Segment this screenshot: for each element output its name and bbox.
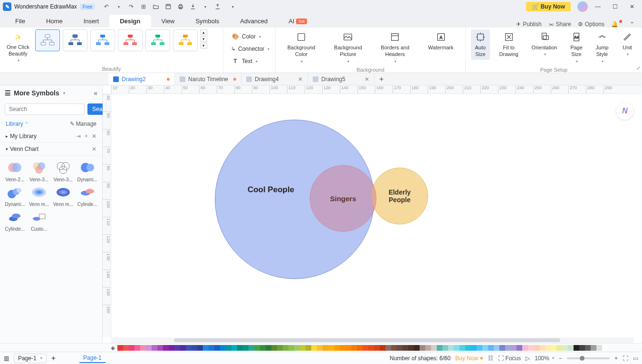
add-tab-button[interactable]: + xyxy=(374,75,388,84)
zoom-in-icon[interactable]: + xyxy=(614,355,618,362)
layers-icon[interactable]: ☷ xyxy=(488,355,493,362)
connector-button[interactable]: ↳Connector▾ xyxy=(229,44,269,54)
close-icon[interactable]: ✕ xyxy=(625,1,639,12)
venn-item-6[interactable]: Venn m... xyxy=(28,184,50,207)
add-lib-icon[interactable]: + xyxy=(85,133,88,140)
theme-prev-icon[interactable]: ▴ xyxy=(201,29,207,35)
close-tab-icon[interactable]: ✕ xyxy=(298,76,303,83)
color-swatch[interactable] xyxy=(266,345,271,351)
color-swatch[interactable] xyxy=(448,345,454,351)
tab-advanced[interactable]: Advanced xyxy=(230,15,278,28)
color-swatch[interactable] xyxy=(431,345,437,351)
color-swatch[interactable] xyxy=(385,345,391,351)
tab-file[interactable]: File xyxy=(5,15,36,28)
color-swatch[interactable] xyxy=(499,345,505,351)
publish-button[interactable]: ✈Publish xyxy=(516,21,541,28)
venn-elderly[interactable]: Elderly People xyxy=(371,168,428,224)
color-swatch[interactable] xyxy=(488,345,494,351)
more-symbols-label[interactable]: More Symbols xyxy=(14,89,59,97)
color-swatch[interactable] xyxy=(180,345,186,351)
color-swatch[interactable] xyxy=(294,345,300,351)
color-swatch[interactable] xyxy=(260,345,266,351)
undo-icon[interactable]: ↶ xyxy=(103,3,110,10)
color-swatch[interactable] xyxy=(283,345,288,351)
theme-2[interactable] xyxy=(63,29,87,51)
minimize-icon[interactable]: — xyxy=(591,1,605,12)
color-swatch[interactable] xyxy=(391,345,397,351)
color-swatch[interactable] xyxy=(551,345,556,351)
color-swatch[interactable] xyxy=(277,345,283,351)
color-swatch[interactable] xyxy=(522,345,528,351)
present-icon[interactable]: ▷ xyxy=(526,355,530,362)
bg-picture-button[interactable]: Background Picture▾ xyxy=(330,29,366,66)
close-tab-icon[interactable]: ✕ xyxy=(364,76,369,83)
borders-button[interactable]: Borders and Headers▾ xyxy=(377,29,413,66)
tab-insert[interactable]: Insert xyxy=(73,15,110,28)
color-swatch[interactable] xyxy=(220,345,226,351)
export-dropdown-icon[interactable]: ▾ xyxy=(201,3,209,10)
tab-home[interactable]: Home xyxy=(36,15,73,28)
color-swatch[interactable] xyxy=(539,345,545,351)
color-swatch[interactable] xyxy=(494,345,499,351)
doc-tab-naruto[interactable]: Naruto Timeline xyxy=(175,73,241,85)
theme-4[interactable] xyxy=(118,29,143,51)
theme-5[interactable] xyxy=(145,29,170,51)
color-swatch[interactable] xyxy=(123,345,129,351)
color-swatch[interactable] xyxy=(163,345,169,351)
venn-item-4[interactable]: Dynami... xyxy=(76,159,98,182)
venn-item-7[interactable]: Venn m... xyxy=(52,184,75,207)
color-swatch[interactable] xyxy=(545,345,551,351)
redo-icon[interactable]: ↷ xyxy=(127,3,135,10)
color-swatch[interactable] xyxy=(357,345,363,351)
close-lib-icon[interactable]: ✕ xyxy=(92,133,96,140)
avatar[interactable] xyxy=(577,1,588,12)
add-page-button[interactable]: + xyxy=(51,354,56,363)
color-swatch[interactable] xyxy=(442,345,448,351)
color-swatch[interactable] xyxy=(397,345,402,351)
color-swatch[interactable] xyxy=(528,345,534,351)
print-icon[interactable] xyxy=(177,3,184,10)
color-swatch[interactable] xyxy=(345,345,351,351)
color-swatch[interactable] xyxy=(602,345,608,351)
zoom-out-icon[interactable]: − xyxy=(559,355,562,362)
search-input[interactable] xyxy=(5,103,85,115)
beautify-button[interactable]: ✨ One Click Beautify ▾ xyxy=(4,29,32,65)
auto-size-button[interactable]: Auto Size xyxy=(471,29,490,60)
color-swatch[interactable] xyxy=(146,345,152,351)
tab-view[interactable]: View xyxy=(151,15,185,28)
color-swatch[interactable] xyxy=(243,345,249,351)
venn-item-10[interactable]: Custo... xyxy=(28,209,50,232)
color-swatch[interactable] xyxy=(425,345,431,351)
color-swatch[interactable] xyxy=(482,345,488,351)
color-swatch[interactable] xyxy=(556,345,562,351)
horizontal-scrollbar[interactable] xyxy=(111,337,633,343)
color-swatch[interactable] xyxy=(477,345,482,351)
color-swatch[interactable] xyxy=(402,345,408,351)
color-button[interactable]: 🎨Color▾ xyxy=(229,31,269,42)
color-swatch[interactable] xyxy=(568,345,574,351)
theme-6[interactable] xyxy=(173,29,198,51)
new-icon[interactable]: ⊞ xyxy=(140,3,147,10)
theme-3[interactable] xyxy=(90,29,115,51)
color-swatch[interactable] xyxy=(169,345,174,351)
color-swatch[interactable] xyxy=(380,345,385,351)
page-size-button[interactable]: A4Page Size▾ xyxy=(566,29,586,66)
doc-tab-drawing4[interactable]: Drawing4✕ xyxy=(241,73,308,85)
color-swatch[interactable] xyxy=(117,345,123,351)
color-swatch[interactable] xyxy=(317,345,323,351)
color-swatch[interactable] xyxy=(585,345,591,351)
color-swatch[interactable] xyxy=(574,345,579,351)
color-swatch[interactable] xyxy=(420,345,425,351)
color-swatch[interactable] xyxy=(197,345,203,351)
doc-tab-drawing2[interactable]: Drawing2 xyxy=(108,73,175,85)
venn-item-9[interactable]: Cylinde... xyxy=(4,209,26,232)
fit-width-icon[interactable]: ▭ xyxy=(633,355,638,362)
color-swatch[interactable] xyxy=(363,345,368,351)
save-icon[interactable] xyxy=(164,3,172,10)
page-setup-expand-icon[interactable]: ⤢ xyxy=(636,65,640,71)
color-swatch[interactable] xyxy=(226,345,231,351)
page-selector[interactable]: Page-1▾ xyxy=(14,354,47,363)
color-swatch[interactable] xyxy=(596,345,602,351)
color-swatch[interactable] xyxy=(460,345,465,351)
pages-icon[interactable]: ▥ xyxy=(4,355,9,362)
